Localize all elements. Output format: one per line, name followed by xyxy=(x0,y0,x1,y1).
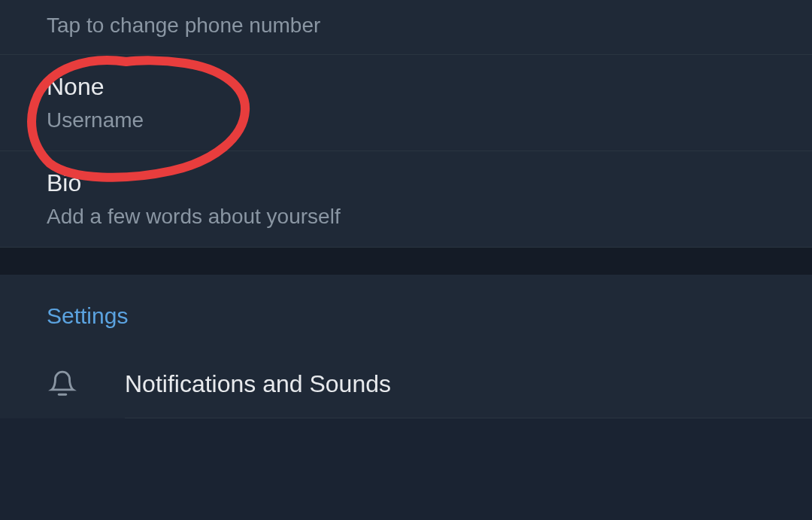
bio-row[interactable]: Bio Add a few words about yourself xyxy=(0,151,812,248)
settings-header: Settings xyxy=(0,275,812,350)
bell-icon xyxy=(47,368,78,400)
username-value: None xyxy=(47,73,765,101)
phone-number-row[interactable]: Tap to change phone number xyxy=(0,0,812,55)
notifications-label: Notifications and Sounds xyxy=(125,370,391,398)
bio-title: Bio xyxy=(47,169,765,197)
phone-hint-text: Tap to change phone number xyxy=(47,14,320,37)
settings-divider xyxy=(125,418,812,418)
account-section: Tap to change phone number None Username… xyxy=(0,0,812,248)
notifications-sounds-row[interactable]: Notifications and Sounds xyxy=(0,350,812,418)
section-separator xyxy=(0,248,812,275)
settings-section: Settings Notifications and Sounds xyxy=(0,275,812,418)
username-row[interactable]: None Username xyxy=(0,55,812,151)
username-label: Username xyxy=(47,108,765,132)
bio-hint: Add a few words about yourself xyxy=(47,205,765,229)
